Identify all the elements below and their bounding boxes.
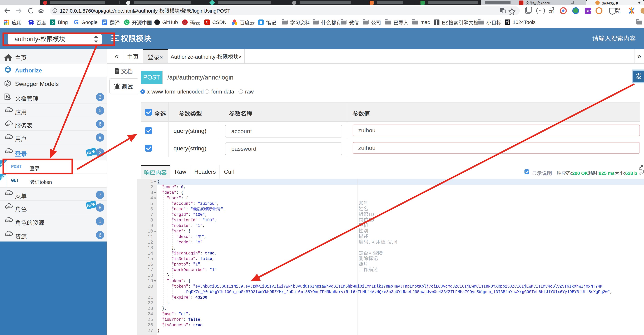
svg-text:en: en	[548, 8, 554, 14]
svg-text:RP: RP	[586, 9, 591, 13]
svg-text:Git: Git	[616, 8, 620, 11]
svg-text:Zip: Zip	[616, 11, 620, 14]
